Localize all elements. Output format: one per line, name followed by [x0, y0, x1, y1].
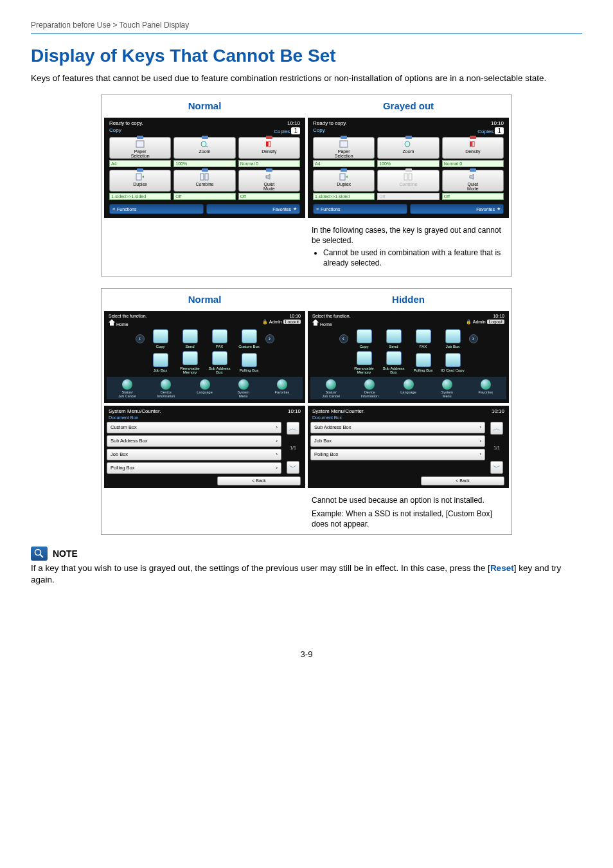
svg-rect-7 [205, 174, 208, 180]
note-body: If a key that you wish to use is grayed … [31, 563, 582, 585]
zoom-value: 100% [173, 160, 235, 167]
scroll-up-icon[interactable]: ︿ [287, 422, 299, 435]
home-send[interactable]: Send [380, 329, 407, 348]
quiet-value: Off [238, 193, 300, 200]
chevron-right-icon: › [276, 451, 278, 457]
list-icon: ≡ [316, 207, 319, 212]
page-title: Display of Keys That Cannot Be Set [31, 46, 582, 66]
home-jobbox[interactable]: Job Box [147, 353, 174, 372]
status-job-cancel[interactable]: Status/ Job Cancel [312, 379, 350, 398]
menu-sub-address[interactable]: Sub Address Box› [310, 422, 485, 433]
logout-button[interactable]: Logout [283, 320, 301, 324]
scroll-left-icon[interactable]: ‹ [339, 334, 348, 343]
home-fax[interactable]: FAX [206, 329, 233, 348]
paper-selection-button[interactable]: Paper Selection [109, 137, 171, 159]
functions-button[interactable]: ≡Functions [313, 204, 407, 214]
back-button[interactable]: < Back [217, 476, 301, 485]
status-job-cancel[interactable]: Status/ Job Cancel [109, 379, 146, 398]
home-idcard[interactable]: ID Card Copy [440, 353, 466, 372]
quiet-mode-button[interactable]: Quiet Mode [442, 170, 504, 192]
menu-sub-address[interactable]: Sub Address Box› [107, 435, 281, 447]
scroll-down-icon[interactable]: ﹀ [490, 461, 503, 474]
logout-button[interactable]: Logout [487, 320, 504, 324]
menu-job-box[interactable]: Job Box› [107, 449, 281, 460]
chevron-right-icon: › [276, 424, 278, 430]
home-panel-normal: Select the function.10:10 Home 🔒 Admin L… [104, 311, 305, 403]
combine-button-disabled: Combine [377, 170, 439, 192]
mode-text: Copy [109, 127, 121, 134]
menu-polling-box[interactable]: Polling Box› [310, 449, 485, 460]
duplex-value: 1-sided>>1-sided [109, 193, 171, 200]
scroll-right-icon[interactable]: › [469, 334, 478, 343]
duplex-button[interactable]: Duplex [313, 170, 375, 192]
copies-value: 1 [291, 127, 300, 134]
compare-normal-grayed: Normal Ready to copy.10:10 CopyCopies 1 … [101, 95, 512, 276]
note-header: NOTE [31, 547, 582, 561]
col-head-normal2: Normal [104, 291, 305, 309]
home-remmem[interactable]: Removable Memory [177, 351, 204, 374]
menu-job-box[interactable]: Job Box› [310, 435, 485, 447]
device-info[interactable]: Device Information [351, 379, 388, 398]
admin-icon: 🔒 [466, 320, 472, 324]
system-menu[interactable]: System Menu [225, 379, 262, 398]
note-label: NOTE [53, 548, 78, 559]
device-info[interactable]: Device Information [147, 379, 184, 398]
favorites[interactable]: Favorites [263, 379, 301, 398]
zoom-button[interactable]: Zoom [173, 137, 235, 159]
combine-button[interactable]: Combine [173, 170, 235, 192]
system-menu[interactable]: System Menu [429, 379, 466, 398]
home-copy[interactable]: Copy [147, 329, 174, 348]
home-subaddr[interactable]: Sub Address Box [380, 351, 407, 374]
svg-rect-13 [404, 174, 407, 180]
home-send[interactable]: Send [177, 329, 204, 348]
admin-icon: 🔒 [262, 320, 268, 324]
home-icon[interactable] [312, 320, 319, 326]
scroll-up-icon[interactable]: ︿ [490, 422, 503, 435]
paper-selection-button[interactable]: Paper Selection [313, 137, 375, 159]
paper-value: A4 [109, 160, 171, 167]
copies-label: Copies [274, 129, 290, 134]
scroll-right-icon[interactable]: › [265, 334, 274, 343]
copy-panel-grayed: Ready to copy.10:10 CopyCopies 1 Paper S… [308, 118, 509, 218]
svg-rect-4 [269, 141, 271, 147]
chevron-right-icon: › [480, 451, 482, 457]
home-subaddr[interactable]: Sub Address Box [206, 351, 233, 374]
favorites[interactable]: Favorites [467, 379, 504, 398]
functions-button[interactable]: ≡Functions [109, 204, 204, 214]
menu-custom-box[interactable]: Custom Box› [107, 422, 281, 433]
density-button[interactable]: Density [238, 137, 300, 159]
status-text: Ready to copy. [109, 120, 143, 126]
col-head-normal: Normal [104, 98, 305, 115]
home-polling[interactable]: Polling Box [410, 353, 437, 372]
home-custombox[interactable]: Custom Box [236, 329, 263, 348]
density-button[interactable]: Density [442, 137, 504, 159]
duplex-button[interactable]: Duplex [109, 170, 171, 192]
home-remmem[interactable]: Removable Memory [351, 351, 378, 374]
back-button[interactable]: < Back [421, 476, 504, 485]
zoom-button[interactable]: Zoom [377, 137, 439, 159]
svg-line-16 [40, 555, 44, 558]
page-number: 3-9 [31, 649, 582, 659]
combine-value: Off [173, 193, 235, 200]
language[interactable]: Language [389, 379, 427, 398]
svg-rect-11 [472, 141, 474, 147]
svg-line-2 [206, 146, 208, 147]
home-fax[interactable]: FAX [410, 329, 437, 348]
scroll-down-icon[interactable]: ﹀ [287, 461, 299, 474]
chevron-right-icon: › [480, 424, 482, 430]
quiet-mode-button[interactable]: Quiet Mode [238, 170, 300, 192]
home-icon[interactable] [109, 320, 115, 326]
favorites-button[interactable]: Favorites★ [206, 204, 301, 214]
time-text: 10:10 [287, 120, 300, 126]
svg-rect-3 [266, 141, 268, 147]
favorites-button[interactable]: Favorites★ [410, 204, 504, 214]
home-copy[interactable]: Copy [351, 329, 378, 348]
home-jobbox[interactable]: Job Box [440, 329, 466, 348]
hidden-explanation: Cannot be used because an option is not … [308, 491, 509, 532]
menu-breadcrumb: Document Box [107, 415, 303, 422]
scroll-left-icon[interactable]: ‹ [136, 334, 145, 343]
svg-rect-8 [340, 141, 348, 147]
menu-polling-box[interactable]: Polling Box› [107, 462, 281, 474]
language[interactable]: Language [186, 379, 223, 398]
home-polling[interactable]: Polling Box [236, 353, 263, 372]
